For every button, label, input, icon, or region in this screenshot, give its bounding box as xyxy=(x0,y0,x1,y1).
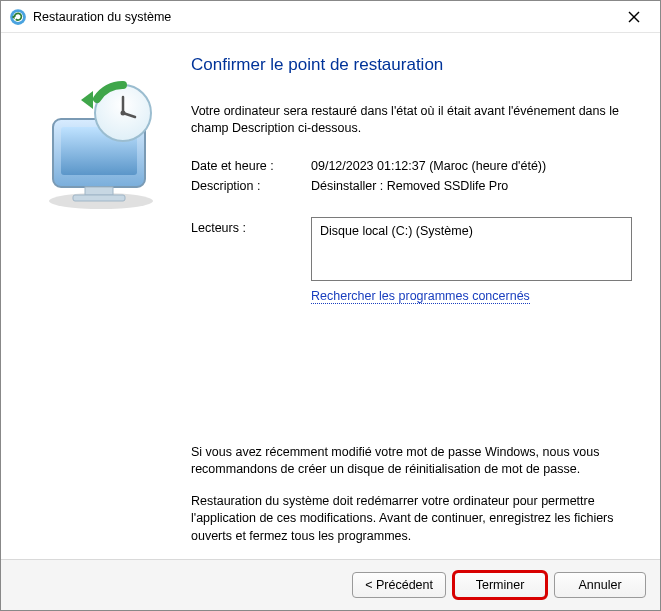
notes-block: Si vous avez récemment modifié votre mot… xyxy=(191,444,632,552)
datetime-row: Date et heure : 09/12/2023 01:12:37 (Mar… xyxy=(191,159,632,173)
datetime-value: 09/12/2023 01:12:37 (Maroc (heure d'été)… xyxy=(311,159,632,173)
scan-affected-programs-link[interactable]: Rechercher les programmes concernés xyxy=(311,289,530,304)
system-restore-window: Restauration du système xyxy=(0,0,661,611)
illustration-column xyxy=(11,51,191,551)
description-value: Désinstaller : Removed SSDlife Pro xyxy=(311,179,632,193)
close-icon[interactable] xyxy=(614,3,654,31)
window-title: Restauration du système xyxy=(33,10,614,24)
cancel-button[interactable]: Annuler xyxy=(554,572,646,598)
drive-item: Disque local (C:) (Système) xyxy=(320,224,623,238)
titlebar: Restauration du système xyxy=(1,1,660,33)
drives-row: Lecteurs : Disque local (C:) (Système) xyxy=(191,217,632,281)
password-note: Si vous avez récemment modifié votre mot… xyxy=(191,444,632,479)
scan-link-row: Rechercher les programmes concernés xyxy=(191,289,632,304)
drives-listbox[interactable]: Disque local (C:) (Système) xyxy=(311,217,632,281)
datetime-label: Date et heure : xyxy=(191,159,311,173)
restart-note: Restauration du système doit redémarrer … xyxy=(191,493,632,546)
svg-rect-8 xyxy=(85,187,113,195)
description-label: Description : xyxy=(191,179,311,193)
description-row: Description : Désinstaller : Removed SSD… xyxy=(191,179,632,193)
dialog-body: Confirmer le point de restauration Votre… xyxy=(1,33,660,560)
footer-buttons: < Précédent Terminer Annuler xyxy=(1,560,660,610)
intro-text: Votre ordinateur sera restauré dans l'ét… xyxy=(191,103,632,137)
back-button[interactable]: < Précédent xyxy=(352,572,446,598)
content-column: Confirmer le point de restauration Votre… xyxy=(191,51,650,551)
system-restore-icon xyxy=(9,8,27,26)
monitor-restore-icon xyxy=(31,75,171,218)
svg-marker-14 xyxy=(81,91,93,109)
drives-label: Lecteurs : xyxy=(191,217,311,281)
page-heading: Confirmer le point de restauration xyxy=(191,55,632,75)
finish-button[interactable]: Terminer xyxy=(454,572,546,598)
svg-rect-9 xyxy=(73,195,125,201)
